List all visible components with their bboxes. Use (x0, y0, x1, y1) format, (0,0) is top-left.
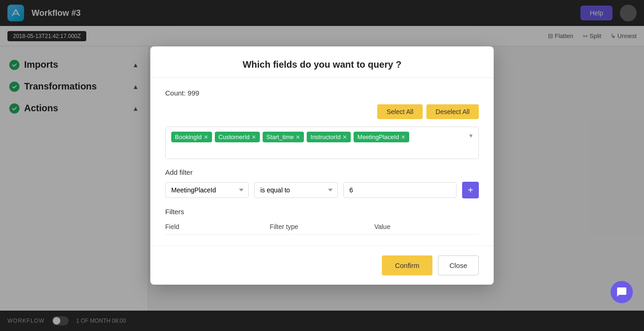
tag-instructorid-label: InstructorId (310, 134, 341, 140)
filters-section: Filters Field Filter type Value (165, 208, 479, 235)
chat-bubble[interactable] (611, 281, 633, 303)
close-button[interactable]: Close (438, 255, 479, 275)
tag-meetingplaceid: MeetingPlaceId ✕ (354, 132, 409, 142)
modal-footer: Confirm Close (150, 246, 494, 285)
filter-value-input[interactable] (343, 182, 457, 198)
tags-dropdown-icon[interactable]: ▼ (468, 133, 474, 139)
filters-table-header: Field Filter type Value (165, 219, 479, 235)
tag-meetingplaceid-close[interactable]: ✕ (401, 134, 406, 140)
app-container: Workflow #3 Help 2018-05-13T21:42:17.000… (0, 0, 644, 331)
tag-meetingplaceid-label: MeetingPlaceId (357, 134, 399, 140)
deselect-all-button[interactable]: Deselect All (426, 104, 479, 119)
filters-table: Field Filter type Value (165, 219, 479, 235)
tag-customerid: CustomerId ✕ (215, 132, 260, 142)
tag-bookingid-close[interactable]: ✕ (204, 134, 208, 140)
add-filter-label: Add filter (165, 168, 479, 176)
tag-customerid-label: CustomerId (219, 134, 250, 140)
filter-field-select[interactable]: MeetingPlaceId BookingId CustomerId Star… (165, 182, 249, 198)
tag-instructorid: InstructorId ✕ (307, 132, 351, 142)
filter-row: MeetingPlaceId BookingId CustomerId Star… (165, 182, 479, 198)
select-all-button[interactable]: Select All (377, 104, 423, 119)
filter-col-field: Field (165, 223, 270, 230)
modal-header: Which fields do you want to query ? (150, 46, 494, 78)
filters-label: Filters (165, 208, 479, 216)
modal: Which fields do you want to query ? Coun… (150, 46, 494, 285)
modal-body: Count: 999 Select All Deselect All Booki… (150, 78, 494, 246)
modal-title: Which fields do you want to query ? (165, 59, 479, 70)
tag-bookingid-label: BookingId (175, 134, 202, 140)
select-actions: Select All Deselect All (165, 104, 479, 119)
tag-starttime-label: Start_time (266, 134, 294, 140)
tag-starttime: Start_time ✕ (263, 132, 304, 142)
confirm-button[interactable]: Confirm (382, 255, 432, 275)
tags-container[interactable]: BookingId ✕ CustomerId ✕ Start_time ✕ In… (165, 127, 479, 159)
count-label: Count: 999 (165, 89, 479, 97)
filter-type-select[interactable]: is equal to is not equal to is greater t… (254, 182, 338, 198)
tag-instructorid-close[interactable]: ✕ (342, 134, 347, 140)
tag-starttime-close[interactable]: ✕ (296, 134, 300, 140)
filter-col-type: Filter type (270, 223, 374, 230)
modal-overlay: Which fields do you want to query ? Coun… (0, 0, 644, 331)
filter-col-value: Value (374, 223, 479, 230)
tag-customerid-close[interactable]: ✕ (251, 134, 256, 140)
add-filter-button[interactable]: + (462, 182, 479, 198)
tag-bookingid: BookingId ✕ (171, 132, 212, 142)
